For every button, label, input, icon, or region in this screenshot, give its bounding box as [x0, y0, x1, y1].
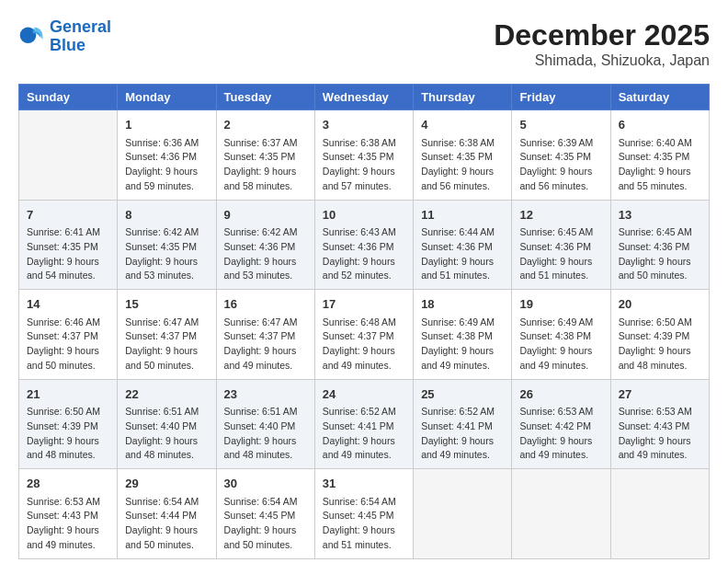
- day-number: 21: [27, 385, 109, 404]
- day-info: and 51 minutes.: [421, 269, 504, 283]
- day-info: and 48 minutes.: [619, 359, 701, 373]
- day-info: Daylight: 9 hours: [224, 434, 307, 449]
- day-info: Sunset: 4:37 PM: [224, 329, 307, 344]
- day-info: Sunset: 4:35 PM: [519, 150, 602, 165]
- day-info: Daylight: 9 hours: [421, 165, 504, 179]
- day-info: and 49 minutes.: [323, 359, 405, 373]
- day-info: Sunset: 4:43 PM: [619, 419, 701, 434]
- day-info: Sunset: 4:37 PM: [323, 329, 405, 344]
- day-number: 12: [519, 206, 602, 224]
- day-info: Sunset: 4:35 PM: [619, 150, 701, 165]
- day-number: 1: [125, 116, 208, 134]
- calendar-cell: 11Sunrise: 6:44 AMSunset: 4:36 PMDayligh…: [414, 200, 512, 290]
- calendar-cell: 27Sunrise: 6:53 AMSunset: 4:43 PMDayligh…: [610, 379, 709, 469]
- day-info: and 59 minutes.: [125, 179, 208, 194]
- day-number: 25: [421, 385, 504, 404]
- calendar-cell: [512, 469, 610, 559]
- day-number: 9: [224, 206, 307, 224]
- calendar-cell: 12Sunrise: 6:45 AMSunset: 4:36 PMDayligh…: [512, 200, 610, 290]
- day-number: 17: [323, 295, 405, 314]
- header-cell-thursday: Thursday: [414, 85, 512, 110]
- day-number: 16: [224, 295, 307, 314]
- day-info: Sunset: 4:44 PM: [125, 509, 208, 523]
- day-info: Sunrise: 6:42 AM: [224, 225, 307, 240]
- day-info: and 58 minutes.: [224, 179, 307, 194]
- day-info: Daylight: 9 hours: [224, 344, 307, 359]
- day-info: Sunset: 4:41 PM: [323, 419, 405, 434]
- day-info: Sunset: 4:35 PM: [421, 150, 504, 165]
- day-info: Sunrise: 6:51 AM: [224, 405, 307, 419]
- logo-icon: [18, 24, 44, 50]
- calendar-week-2: 7Sunrise: 6:41 AMSunset: 4:35 PMDaylight…: [19, 200, 710, 290]
- calendar-cell: 28Sunrise: 6:53 AMSunset: 4:43 PMDayligh…: [19, 469, 118, 559]
- day-number: 27: [619, 385, 701, 404]
- day-number: 3: [323, 116, 405, 134]
- day-info: Sunset: 4:36 PM: [421, 240, 504, 255]
- day-info: Sunrise: 6:49 AM: [421, 316, 504, 330]
- day-info: and 48 minutes.: [125, 448, 208, 463]
- day-info: and 49 minutes.: [519, 359, 602, 373]
- day-info: Sunset: 4:35 PM: [224, 150, 307, 165]
- day-info: Sunrise: 6:54 AM: [323, 495, 405, 510]
- calendar-cell: 19Sunrise: 6:49 AMSunset: 4:38 PMDayligh…: [512, 290, 610, 380]
- day-info: Sunset: 4:45 PM: [224, 509, 307, 523]
- day-number: 15: [125, 295, 208, 314]
- day-info: and 49 minutes.: [421, 448, 504, 463]
- day-info: Daylight: 9 hours: [519, 434, 602, 449]
- calendar-week-5: 28Sunrise: 6:53 AMSunset: 4:43 PMDayligh…: [19, 469, 710, 559]
- day-info: and 48 minutes.: [27, 448, 109, 463]
- day-info: Sunrise: 6:40 AM: [619, 136, 701, 151]
- header-cell-monday: Monday: [118, 85, 216, 110]
- day-number: 14: [27, 295, 109, 314]
- day-info: Daylight: 9 hours: [519, 255, 602, 270]
- page-title: December 2025: [494, 18, 710, 52]
- day-info: Daylight: 9 hours: [27, 255, 109, 270]
- day-number: 18: [421, 295, 504, 314]
- day-info: Daylight: 9 hours: [619, 434, 701, 449]
- day-info: Sunrise: 6:47 AM: [125, 316, 208, 330]
- day-info: Sunrise: 6:42 AM: [125, 225, 208, 240]
- day-info: Sunrise: 6:38 AM: [421, 136, 504, 151]
- day-info: Daylight: 9 hours: [421, 255, 504, 270]
- calendar-cell: 7Sunrise: 6:41 AMSunset: 4:35 PMDaylight…: [19, 200, 118, 290]
- calendar-table: SundayMondayTuesdayWednesdayThursdayFrid…: [18, 84, 710, 559]
- calendar-cell: 22Sunrise: 6:51 AMSunset: 4:40 PMDayligh…: [118, 379, 216, 469]
- page-subtitle: Shimada, Shizuoka, Japan: [494, 52, 710, 69]
- day-info: Daylight: 9 hours: [27, 344, 109, 359]
- day-info: Sunrise: 6:41 AM: [27, 225, 109, 240]
- day-info: Sunset: 4:35 PM: [323, 150, 405, 165]
- calendar-cell: 17Sunrise: 6:48 AMSunset: 4:37 PMDayligh…: [314, 290, 413, 380]
- day-info: Daylight: 9 hours: [125, 344, 208, 359]
- day-info: Daylight: 9 hours: [421, 344, 504, 359]
- day-number: 30: [224, 475, 307, 493]
- calendar-cell: 10Sunrise: 6:43 AMSunset: 4:36 PMDayligh…: [314, 200, 413, 290]
- calendar-cell: 9Sunrise: 6:42 AMSunset: 4:36 PMDaylight…: [216, 200, 314, 290]
- day-info: Daylight: 9 hours: [125, 165, 208, 179]
- day-info: Sunrise: 6:45 AM: [619, 225, 701, 240]
- calendar-cell: 24Sunrise: 6:52 AMSunset: 4:41 PMDayligh…: [314, 379, 413, 469]
- day-info: and 50 minutes.: [619, 269, 701, 283]
- day-info: Sunrise: 6:52 AM: [421, 405, 504, 419]
- day-info: Sunset: 4:38 PM: [519, 329, 602, 344]
- logo-text: GeneralBlue: [50, 18, 111, 55]
- day-number: 29: [125, 475, 208, 493]
- calendar-cell: 16Sunrise: 6:47 AMSunset: 4:37 PMDayligh…: [216, 290, 314, 380]
- day-info: and 51 minutes.: [519, 269, 602, 283]
- day-info: Sunrise: 6:43 AM: [323, 225, 405, 240]
- header-cell-saturday: Saturday: [610, 85, 709, 110]
- day-info: Daylight: 9 hours: [224, 165, 307, 179]
- day-number: 26: [519, 385, 602, 404]
- calendar-cell: 3Sunrise: 6:38 AMSunset: 4:35 PMDaylight…: [314, 110, 413, 201]
- calendar-cell: 26Sunrise: 6:53 AMSunset: 4:42 PMDayligh…: [512, 379, 610, 469]
- day-info: Sunset: 4:42 PM: [519, 419, 602, 434]
- day-info: Sunrise: 6:50 AM: [619, 316, 701, 330]
- day-info: Daylight: 9 hours: [323, 523, 405, 538]
- day-info: Sunset: 4:36 PM: [125, 150, 208, 165]
- calendar-cell: 6Sunrise: 6:40 AMSunset: 4:35 PMDaylight…: [610, 110, 709, 201]
- calendar-cell: 8Sunrise: 6:42 AMSunset: 4:35 PMDaylight…: [118, 200, 216, 290]
- day-info: Daylight: 9 hours: [27, 523, 109, 538]
- day-info: Sunset: 4:38 PM: [421, 329, 504, 344]
- day-info: Sunrise: 6:44 AM: [421, 225, 504, 240]
- calendar-week-1: 1Sunrise: 6:36 AMSunset: 4:36 PMDaylight…: [19, 110, 710, 201]
- day-number: 8: [125, 206, 208, 224]
